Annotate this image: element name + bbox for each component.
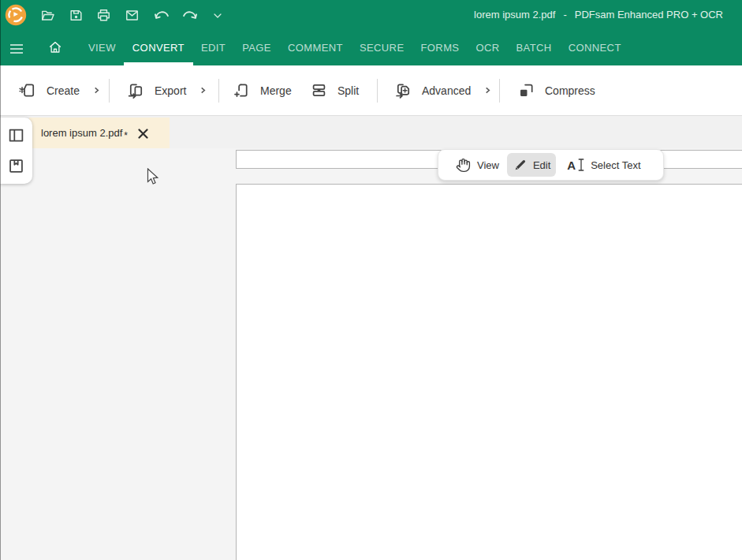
window-title-document: lorem ipsum 2.pdf — [474, 9, 555, 21]
window-title-app: PDFsam Enhanced PRO + OCR — [575, 9, 723, 21]
email-icon[interactable] — [125, 8, 140, 23]
split-button[interactable]: Split — [310, 65, 359, 115]
split-icon — [310, 81, 328, 99]
menu-item-edit[interactable]: EDIT — [201, 30, 226, 65]
document-page[interactable] — [236, 184, 742, 560]
document-tab-strip: lorem ipsum 2.pdf* — [0, 116, 742, 148]
menu-item-convert[interactable]: CONVERT — [132, 30, 185, 65]
menu-item-secure[interactable]: SECURE — [360, 30, 405, 65]
ribbon-separator — [377, 79, 378, 103]
redo-icon[interactable] — [181, 7, 198, 24]
hand-icon — [456, 158, 471, 173]
view-mode-button[interactable]: View — [456, 158, 499, 173]
menu-item-view[interactable]: VIEW — [88, 30, 116, 65]
pencil-icon — [514, 159, 527, 171]
export-button[interactable]: Export — [127, 65, 207, 115]
advanced-button[interactable]: Advanced — [394, 65, 491, 115]
export-icon — [127, 81, 145, 99]
side-panel — [0, 118, 32, 184]
select-text-icon: A — [567, 159, 584, 171]
open-file-icon[interactable] — [40, 8, 55, 23]
window-border — [0, 0, 1, 560]
ribbon-separator — [218, 79, 219, 103]
menu-item-page[interactable]: PAGE — [242, 30, 271, 65]
tab-close-icon[interactable] — [138, 128, 148, 138]
more-actions-chevron-icon[interactable] — [211, 9, 224, 22]
merge-icon — [233, 81, 251, 99]
create-button[interactable]: Create — [19, 65, 100, 115]
ribbon-separator — [499, 79, 500, 103]
undo-icon[interactable] — [154, 7, 170, 24]
create-document-icon — [19, 81, 37, 99]
menu-item-comment[interactable]: COMMENT — [288, 30, 343, 65]
title-bar: lorem ipsum 2.pdf-PDFsam Enhanced PRO + … — [0, 0, 742, 65]
edit-mode-button[interactable]: Edit — [507, 153, 556, 177]
bookmarks-panel-icon[interactable] — [8, 158, 24, 174]
menu-item-connect[interactable]: CONNECT — [569, 30, 621, 65]
document-tab[interactable]: lorem ipsum 2.pdf* — [29, 118, 170, 148]
select-text-button[interactable]: A Select Text — [567, 159, 640, 171]
home-icon[interactable] — [48, 40, 62, 54]
save-icon[interactable] — [69, 8, 84, 23]
merge-button[interactable]: Merge — [233, 65, 292, 115]
ribbon-toolbar: Create Export Merge Split — [0, 65, 742, 116]
ribbon-separator — [109, 79, 110, 103]
print-icon[interactable] — [96, 8, 111, 23]
menu-item-forms[interactable]: FORMS — [420, 30, 459, 65]
export-submenu-chevron-icon — [199, 87, 207, 94]
compress-icon — [517, 81, 535, 99]
advanced-icon — [394, 81, 412, 99]
menu-item-ocr[interactable]: OCR — [475, 30, 499, 65]
create-submenu-chevron-icon — [93, 87, 100, 94]
hamburger-menu-icon[interactable] — [10, 43, 23, 52]
app-logo-icon — [5, 4, 27, 26]
advanced-submenu-chevron-icon — [484, 87, 491, 94]
menu-bar: VIEW CONVERT EDIT PAGE COMMENT SECURE FO… — [0, 30, 742, 65]
page-thumbnails-panel-icon[interactable] — [8, 127, 24, 144]
compress-button[interactable]: Compress — [517, 65, 595, 115]
mouse-cursor — [147, 168, 161, 187]
mode-toolbar: View Edit A Select Text — [438, 149, 664, 181]
menu-item-batch[interactable]: BATCH — [516, 30, 552, 65]
window-title: lorem ipsum 2.pdf-PDFsam Enhanced PRO + … — [474, 9, 723, 21]
tab-modified-marker: * — [124, 130, 128, 141]
